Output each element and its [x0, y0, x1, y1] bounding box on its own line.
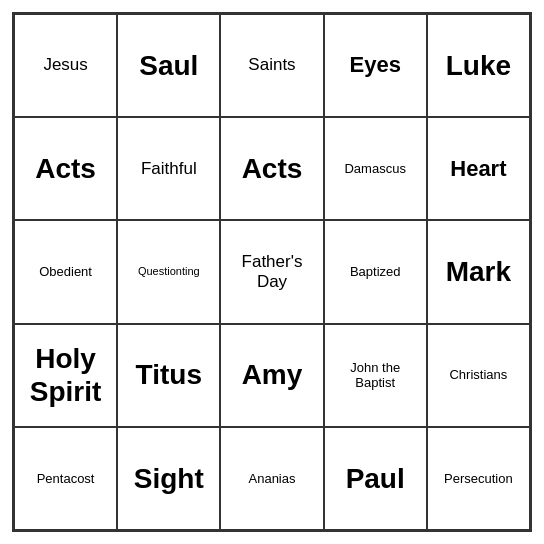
cell-2-3: Baptized	[324, 220, 427, 323]
cell-text-3-3: John the Baptist	[329, 360, 422, 391]
cell-text-4-4: Persecution	[444, 471, 513, 487]
cell-text-2-3: Baptized	[350, 264, 401, 280]
cell-3-1: Titus	[117, 324, 220, 427]
cell-2-1: Questionting	[117, 220, 220, 323]
cell-1-4: Heart	[427, 117, 530, 220]
cell-0-3: Eyes	[324, 14, 427, 117]
cell-text-0-3: Eyes	[350, 52, 401, 78]
cell-text-4-1: Sight	[134, 462, 204, 496]
cell-text-3-1: Titus	[136, 358, 202, 392]
cell-3-3: John the Baptist	[324, 324, 427, 427]
cell-text-1-2: Acts	[242, 152, 303, 186]
cell-text-4-3: Paul	[346, 462, 405, 496]
cell-4-0: Pentacost	[14, 427, 117, 530]
cell-2-0: Obedient	[14, 220, 117, 323]
cell-4-4: Persecution	[427, 427, 530, 530]
cell-4-1: Sight	[117, 427, 220, 530]
cell-text-1-4: Heart	[450, 156, 506, 182]
cell-text-4-0: Pentacost	[37, 471, 95, 487]
cell-1-0: Acts	[14, 117, 117, 220]
cell-text-1-3: Damascus	[344, 161, 405, 177]
cell-text-4-2: Ananias	[249, 471, 296, 487]
cell-3-4: Christians	[427, 324, 530, 427]
cell-3-2: Amy	[220, 324, 323, 427]
cell-0-0: Jesus	[14, 14, 117, 117]
cell-text-1-1: Faithful	[141, 159, 197, 179]
cell-0-4: Luke	[427, 14, 530, 117]
cell-4-3: Paul	[324, 427, 427, 530]
cell-text-3-2: Amy	[242, 358, 303, 392]
cell-1-3: Damascus	[324, 117, 427, 220]
cell-text-2-4: Mark	[446, 255, 511, 289]
cell-text-0-2: Saints	[248, 55, 295, 75]
cell-0-1: Saul	[117, 14, 220, 117]
cell-1-1: Faithful	[117, 117, 220, 220]
cell-4-2: Ananias	[220, 427, 323, 530]
cell-text-1-0: Acts	[35, 152, 96, 186]
cell-2-4: Mark	[427, 220, 530, 323]
cell-text-0-1: Saul	[139, 49, 198, 83]
cell-text-3-0: Holy Spirit	[19, 342, 112, 409]
cell-1-2: Acts	[220, 117, 323, 220]
cell-2-2: Father's Day	[220, 220, 323, 323]
cell-text-2-0: Obedient	[39, 264, 92, 280]
cell-0-2: Saints	[220, 14, 323, 117]
cell-text-2-2: Father's Day	[225, 252, 318, 293]
cell-3-0: Holy Spirit	[14, 324, 117, 427]
cell-text-0-0: Jesus	[43, 55, 87, 75]
cell-text-0-4: Luke	[446, 49, 511, 83]
cell-text-2-1: Questionting	[138, 265, 200, 278]
cell-text-3-4: Christians	[449, 367, 507, 383]
bingo-card: JesusSaulSaintsEyesLukeActsFaithfulActsD…	[12, 12, 532, 532]
